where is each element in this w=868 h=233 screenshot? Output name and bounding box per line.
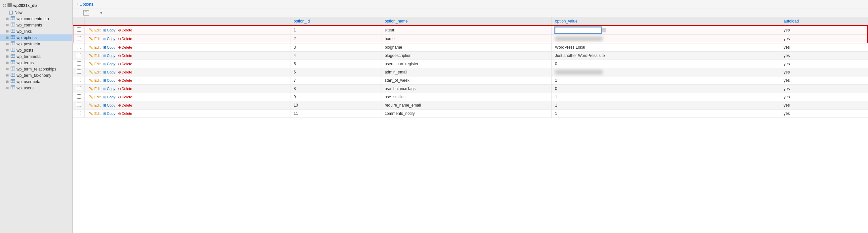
option-id-cell: 1 xyxy=(290,26,381,35)
row-checkbox[interactable] xyxy=(77,78,81,82)
row-actions-cell: ✏️ Edit ⊞ Copy ⊖ Delete xyxy=(85,43,290,52)
resize-handle[interactable] xyxy=(602,28,606,32)
edit-label: Edit xyxy=(94,62,100,66)
copy-button[interactable]: ⊞ Copy xyxy=(102,86,117,91)
svg-rect-28 xyxy=(11,54,15,58)
sidebar-item-wp_usermeta[interactable]: ⊞ wp_usermeta xyxy=(0,79,72,85)
col-option-name[interactable]: option_name xyxy=(381,17,552,26)
db-collapse-icon xyxy=(3,3,6,8)
copy-button[interactable]: ⊞ Copy xyxy=(102,70,117,75)
sidebar-item-wp_termmeta[interactable]: ⊞ wp_termmeta xyxy=(0,53,72,60)
delete-button[interactable]: ⊖ Delete xyxy=(117,86,133,91)
option-id-cell: 11 xyxy=(290,110,381,118)
sidebar-item-wp_options[interactable]: ⊞ wp_options xyxy=(0,34,72,41)
edit-button[interactable]: ✏️ Edit xyxy=(88,28,101,33)
sidebar-item-wp_term_taxonomy[interactable]: ⊞ wp_term_taxonomy xyxy=(0,72,72,79)
edit-button[interactable]: ✏️ Edit xyxy=(88,53,101,58)
row-checkbox[interactable] xyxy=(77,94,81,98)
edit-button[interactable]: ✏️ Edit xyxy=(88,62,101,66)
sidebar-item-wp_posts[interactable]: ⊞ wp_posts xyxy=(0,47,72,53)
sidebar-item-wp_comments[interactable]: ⊞ wp_comments xyxy=(0,22,72,28)
pencil-icon: ✏️ xyxy=(89,45,94,50)
option-id-cell: 10 xyxy=(290,101,381,110)
edit-button[interactable]: ✏️ Edit xyxy=(88,86,101,91)
copy-button[interactable]: ⊞ Copy xyxy=(102,45,117,50)
sidebar-item-wp_postmeta[interactable]: ⊞ wp_postmeta xyxy=(0,41,72,47)
copy-label: Copy xyxy=(107,62,116,66)
copy-button[interactable]: ⊞ Copy xyxy=(102,111,117,116)
option-name-cell: blogname xyxy=(381,43,552,52)
col-option-value[interactable]: option_value xyxy=(552,17,780,26)
delete-button[interactable]: ⊖ Delete xyxy=(117,95,133,99)
copy-label: Copy xyxy=(107,45,116,49)
copy-button[interactable]: ⊞ Copy xyxy=(102,103,117,108)
pencil-icon: ✏️ xyxy=(89,28,94,32)
row-checkbox[interactable] xyxy=(77,45,81,49)
row-checkbox[interactable] xyxy=(77,27,81,32)
nav-left-button[interactable]: ← xyxy=(76,10,82,16)
delete-button[interactable]: ⊖ Delete xyxy=(117,111,133,116)
copy-button[interactable]: ⊞ Copy xyxy=(102,53,117,58)
delete-button[interactable]: ⊖ Delete xyxy=(117,45,133,50)
edit-button[interactable]: ✏️ Edit xyxy=(88,36,101,41)
option-name-cell: blogdescription xyxy=(381,52,552,60)
nav-table-button[interactable]: T xyxy=(83,10,89,16)
db-header[interactable]: wp2021x_db xyxy=(0,1,72,9)
copy-button[interactable]: ⊞ Copy xyxy=(102,28,117,33)
sidebar-item-wp_terms[interactable]: ⊞ wp_terms xyxy=(0,60,72,66)
edit-button[interactable]: ✏️ Edit xyxy=(88,95,101,99)
delete-button[interactable]: ⊖ Delete xyxy=(117,28,133,33)
copy-button[interactable]: ⊞ Copy xyxy=(102,95,117,99)
delete-button[interactable]: ⊖ Delete xyxy=(117,36,133,41)
delete-button[interactable]: ⊖ Delete xyxy=(117,103,133,108)
options-toggle[interactable]: + Options xyxy=(76,2,93,7)
table-icon-wp_options xyxy=(10,35,15,40)
edit-button[interactable]: ✏️ Edit xyxy=(88,78,101,83)
copy-button[interactable]: ⊞ Copy xyxy=(102,62,117,66)
pencil-icon: ✏️ xyxy=(89,103,94,108)
db-icon xyxy=(7,3,12,8)
row-checkbox[interactable] xyxy=(77,86,81,90)
autoload-cell: yes xyxy=(780,26,868,35)
sidebar-item-wp_term_relationships[interactable]: ⊞ wp_term_relationships xyxy=(0,66,72,72)
option-value-input[interactable] xyxy=(555,27,601,33)
edit-label: Edit xyxy=(94,37,100,41)
tree-toggle: ⊞ xyxy=(6,61,9,64)
edit-button[interactable]: ✏️ Edit xyxy=(88,111,101,116)
col-checkbox xyxy=(73,17,85,26)
row-checkbox-cell xyxy=(73,101,85,110)
sidebar-table-label: wp_term_taxonomy xyxy=(17,73,51,78)
tree-toggle: ⊞ xyxy=(6,86,9,90)
delete-button[interactable]: ⊖ Delete xyxy=(117,78,133,83)
copy-button[interactable]: ⊞ Copy xyxy=(102,36,117,41)
sidebar-item-wp_users[interactable]: ⊞ wp_users xyxy=(0,85,72,91)
edit-label: Edit xyxy=(94,95,100,99)
row-checkbox[interactable] xyxy=(77,69,81,74)
copy-button[interactable]: ⊞ Copy xyxy=(102,78,117,83)
sidebar-item-new[interactable]: New xyxy=(0,9,72,16)
delete-button[interactable]: ⊖ Delete xyxy=(117,53,133,58)
delete-button[interactable]: ⊖ Delete xyxy=(117,62,133,66)
delete-label: Delete xyxy=(122,103,132,107)
edit-button[interactable]: ✏️ Edit xyxy=(88,70,101,75)
col-autoload[interactable]: autoload xyxy=(780,17,868,26)
nav-right-button[interactable]: → xyxy=(90,10,96,16)
edit-button[interactable]: ✏️ Edit xyxy=(88,103,101,108)
row-checkbox[interactable] xyxy=(77,61,81,65)
pencil-icon: ✏️ xyxy=(89,54,94,58)
row-checkbox-cell xyxy=(73,52,85,60)
row-checkbox[interactable] xyxy=(77,111,81,115)
sidebar-item-wp_commentmeta[interactable]: ⊞ wp_commentmeta xyxy=(0,16,72,22)
table-row: ✏️ Edit ⊞ Copy ⊖ Delete 5users_can_regis… xyxy=(73,60,868,68)
delete-button[interactable]: ⊖ Delete xyxy=(117,70,133,75)
row-checkbox[interactable] xyxy=(77,36,81,40)
row-checkbox[interactable] xyxy=(77,103,81,107)
col-actions xyxy=(85,17,290,26)
row-actions-cell: ✏️ Edit ⊞ Copy ⊖ Delete xyxy=(85,110,290,118)
sidebar-item-wp_links[interactable]: ⊞ wp_links xyxy=(0,28,72,34)
row-checkbox[interactable] xyxy=(77,53,81,57)
copy-label: Copy xyxy=(107,37,116,41)
edit-button[interactable]: ✏️ Edit xyxy=(88,45,101,50)
col-option-id[interactable]: option_id xyxy=(290,17,381,26)
sidebar-table-label: wp_postmeta xyxy=(17,42,40,46)
